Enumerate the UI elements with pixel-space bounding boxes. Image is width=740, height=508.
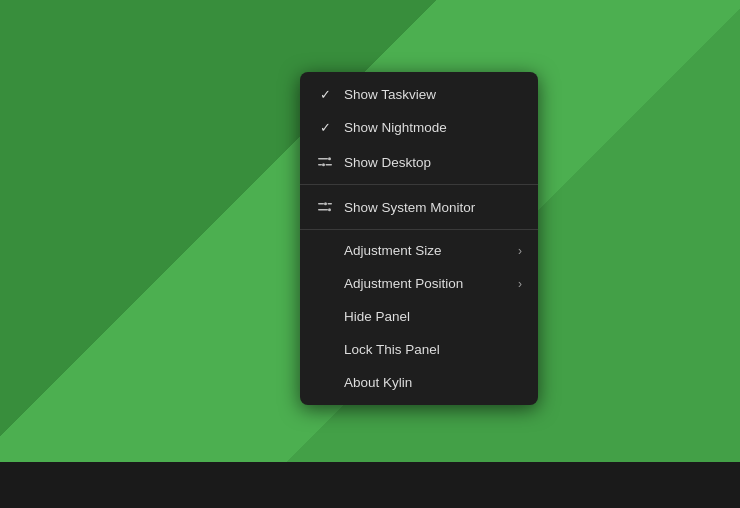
check-icon-taskview: ✓ (316, 87, 334, 102)
menu-item-adjustment-position[interactable]: Adjustment Position › (300, 267, 538, 300)
menu-label-show-taskview: Show Taskview (344, 87, 522, 102)
context-menu: ✓ Show Taskview ✓ Show Nightmode Show De… (300, 72, 538, 405)
menu-label-show-system-monitor: Show System Monitor (344, 200, 522, 215)
menu-label-show-nightmode: Show Nightmode (344, 120, 522, 135)
menu-item-about-kylin[interactable]: About Kylin (300, 366, 538, 399)
sliders-icon-sysmonitor (316, 198, 334, 216)
svg-rect-5 (318, 203, 324, 205)
menu-item-show-system-monitor[interactable]: Show System Monitor (300, 189, 538, 225)
svg-point-1 (328, 157, 331, 160)
svg-point-9 (328, 208, 331, 211)
menu-item-show-nightmode[interactable]: ✓ Show Nightmode (300, 111, 538, 144)
menu-label-show-desktop: Show Desktop (344, 155, 522, 170)
menu-item-hide-panel[interactable]: Hide Panel (300, 300, 538, 333)
menu-label-lock-this-panel: Lock This Panel (344, 342, 522, 357)
menu-label-adjustment-size: Adjustment Size (344, 243, 508, 258)
menu-label-adjustment-position: Adjustment Position (344, 276, 508, 291)
menu-item-adjustment-size[interactable]: Adjustment Size › (300, 234, 538, 267)
svg-rect-8 (318, 209, 328, 211)
menu-item-show-taskview[interactable]: ✓ Show Taskview (300, 78, 538, 111)
menu-item-show-desktop[interactable]: Show Desktop (300, 144, 538, 180)
svg-point-6 (324, 202, 327, 205)
svg-rect-7 (328, 203, 333, 205)
menu-label-hide-panel: Hide Panel (344, 309, 522, 324)
sliders-icon-desktop (316, 153, 334, 171)
submenu-arrow-adj-pos: › (518, 277, 522, 291)
svg-rect-4 (326, 164, 333, 166)
svg-rect-0 (318, 158, 328, 160)
svg-rect-2 (318, 164, 322, 166)
separator-2 (300, 229, 538, 230)
taskbar (0, 462, 740, 508)
svg-point-3 (322, 163, 325, 166)
menu-item-lock-this-panel[interactable]: Lock This Panel (300, 333, 538, 366)
check-icon-nightmode: ✓ (316, 120, 334, 135)
menu-label-about-kylin: About Kylin (344, 375, 522, 390)
submenu-arrow-adj-size: › (518, 244, 522, 258)
separator-1 (300, 184, 538, 185)
